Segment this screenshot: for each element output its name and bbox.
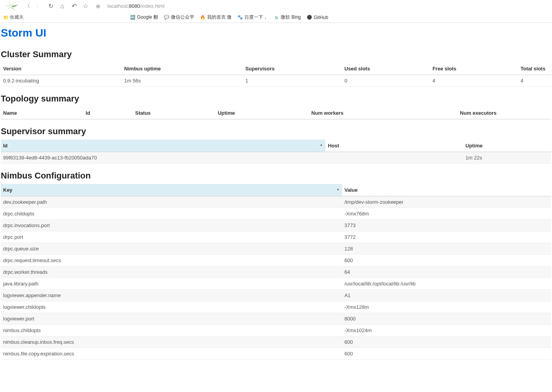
config-key: java.library.path: [1, 278, 342, 290]
table-row: drpc.request.timeout.secs600: [1, 255, 551, 266]
bookmark-icon: ⚫: [306, 14, 313, 21]
table-row: drpc.port3772: [1, 231, 551, 243]
bookmark-item[interactable]: 🔥我的首页 微: [198, 14, 233, 21]
supervisor-summary-table: IdHostUptime 99f83138-4ed8-4439-ac13-fb2…: [1, 140, 551, 164]
undo-button[interactable]: ↶: [69, 1, 79, 12]
table-header[interactable]: Used slots: [342, 63, 430, 75]
nimbus-config-table: KeyValue dev.zookeeper.path/tmp/dev-stor…: [1, 184, 551, 360]
browser-logo: [2, 0, 21, 12]
url-host: localhost: [107, 3, 127, 9]
table-header[interactable]: Total slots: [518, 63, 551, 75]
table-header[interactable]: Nimbus uptime: [122, 63, 243, 75]
bookmark-item[interactable]: 💬微信公众平: [162, 14, 196, 21]
table-row: nimbus.file.copy.expiration.secs600: [1, 348, 551, 360]
table-cell: 0.9.2-incubating: [1, 75, 122, 87]
config-value: 64: [342, 266, 551, 278]
folder-icon: 📁: [3, 15, 9, 20]
table-cell: [325, 152, 463, 164]
config-value: 3772: [342, 231, 551, 243]
bookmark-label: 微信公众平: [171, 14, 194, 21]
config-key: logviewer.port: [1, 313, 342, 325]
config-value: A1: [342, 290, 551, 301]
bookmark-icon: 🔥: [200, 14, 206, 21]
reload-button[interactable]: ↻: [45, 1, 56, 12]
table-header[interactable]: Key: [1, 184, 342, 196]
bookmark-item[interactable]: 🔤Google 翻: [128, 14, 160, 21]
config-value: -Xmx128m: [342, 301, 551, 313]
config-key: nimbus.childopts: [1, 325, 342, 336]
page-content: Storm UI Cluster Summary VersionNimbus u…: [0, 23, 552, 360]
table-header[interactable]: Uptime: [463, 140, 551, 152]
config-key: logviewer.appender.name: [1, 290, 342, 301]
table-row: dev.zookeeper.path/tmp/dev-storm-zookeep…: [1, 196, 551, 208]
bookmark-label: Google 翻: [137, 14, 158, 21]
table-row: drpc.worker.threads64: [1, 266, 551, 278]
table-row: drpc.queue.size128: [1, 243, 551, 255]
back-button[interactable]: 〈: [22, 1, 33, 12]
config-key: dev.zookeeper.path: [1, 196, 342, 208]
bookmark-item[interactable]: ⚫GitHub: [305, 14, 330, 21]
config-value: -Xmx768m: [342, 208, 551, 220]
bookmark-icon: b: [273, 14, 280, 21]
bookmarks-folder-label: 收藏夹: [10, 14, 24, 21]
table-cell: 1m 22s: [463, 152, 551, 164]
table-row: nimbus.childopts-Xmx1024m: [1, 325, 551, 336]
table-header[interactable]: Host: [325, 140, 463, 152]
url-port: :8080: [127, 3, 140, 9]
cluster-summary-table: VersionNimbus uptimeSupervisorsUsed slot…: [1, 63, 551, 87]
table-header[interactable]: Num executors: [458, 107, 551, 119]
home-button[interactable]: ⌂: [57, 1, 68, 12]
config-key: drpc.port: [1, 231, 342, 243]
config-key: drpc.queue.size: [1, 243, 342, 255]
table-row: logviewer.appender.nameA1: [1, 290, 551, 301]
table-row: drpc.invocations.port3773: [1, 220, 551, 231]
table-cell: 4: [430, 75, 518, 87]
bookmark-label: 我的首页 微: [207, 14, 232, 21]
config-key: logviewer.childopts: [1, 301, 342, 313]
config-key: drpc.childopts: [1, 208, 342, 220]
config-value: 600: [342, 255, 551, 266]
bookmarks-folder[interactable]: 📁 收藏夹: [3, 14, 24, 21]
leaf-icon: [4, 1, 19, 12]
table-header[interactable]: Id: [1, 140, 325, 152]
table-cell: 4: [518, 75, 551, 87]
config-value: 600: [342, 348, 551, 360]
url-bar[interactable]: localhost:8080/index.html: [106, 3, 165, 9]
table-row: logviewer.port8000: [1, 313, 551, 325]
table-header[interactable]: Name: [1, 107, 83, 119]
table-cell: 1: [243, 75, 342, 87]
star-button[interactable]: ☆: [80, 1, 91, 12]
config-key: nimbus.cleanup.inbox.freq.secs: [1, 336, 342, 348]
table-header[interactable]: Version: [1, 63, 122, 75]
config-value: 8000: [342, 313, 551, 325]
cluster-summary-heading: Cluster Summary: [1, 42, 551, 63]
forward-button[interactable]: 〉: [33, 1, 44, 12]
bookmark-item[interactable]: b微软 Bing: [272, 14, 302, 21]
table-row: logviewer.childopts-Xmx128m: [1, 301, 551, 313]
config-value: 128: [342, 243, 551, 255]
bookmark-label: 微软 Bing: [281, 14, 301, 21]
topology-summary-table: NameIdStatusUptimeNum workersNum executo…: [1, 107, 551, 119]
table-cell: 1m 56s: [122, 75, 243, 87]
config-value: /usr/local/lib:/opt/local/lib:/usr/lib: [342, 278, 551, 290]
table-header[interactable]: Free slots: [430, 63, 518, 75]
browser-toolbar: 〈 〉 ↻ ⌂ ↶ ☆ ⊕ localhost:8080/index.html: [0, 0, 552, 12]
table-header[interactable]: Status: [133, 107, 215, 119]
page-title: Storm UI: [1, 23, 551, 42]
table-cell: 0: [342, 75, 430, 87]
config-key: drpc.request.timeout.secs: [1, 255, 342, 266]
table-header[interactable]: Uptime: [215, 107, 309, 119]
config-value: 600: [342, 336, 551, 348]
bookmarks-list: 🔤Google 翻💬微信公众平🔥我的首页 微🐾百度一下，b微软 Bing⚫Git…: [128, 14, 330, 21]
bookmark-item[interactable]: 🐾百度一下，: [236, 14, 269, 21]
table-header[interactable]: Supervisors: [243, 63, 342, 75]
table-header[interactable]: Id: [83, 107, 133, 119]
config-key: drpc.invocations.port: [1, 220, 342, 231]
config-value: 3773: [342, 220, 551, 231]
table-header[interactable]: Value: [342, 184, 551, 196]
config-value: /tmp/dev-storm-zookeeper: [342, 196, 551, 208]
config-value: -Xmx1024m: [342, 325, 551, 336]
table-header[interactable]: Num workers: [309, 107, 458, 119]
bookmark-icon: 💬: [163, 14, 170, 21]
table-row: nimbus.cleanup.inbox.freq.secs600: [1, 336, 551, 348]
